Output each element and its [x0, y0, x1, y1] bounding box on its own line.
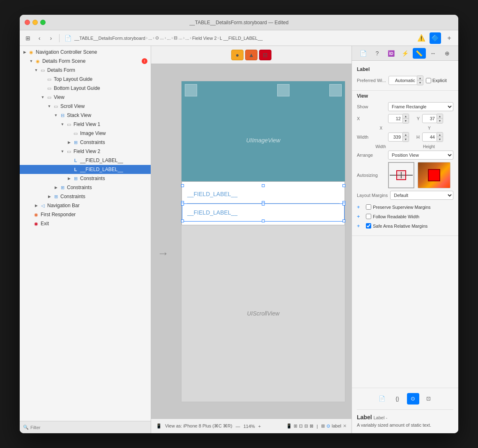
handle-bc-2[interactable] — [262, 219, 265, 222]
nav-item-nav-bar[interactable]: ◁ Navigation Bar — [20, 201, 151, 210]
handle-tc-1[interactable] — [262, 184, 265, 187]
zoom-plus[interactable]: + — [258, 424, 261, 429]
bottom-close-btn[interactable]: ✕ — [343, 423, 347, 429]
handle-tr-1[interactable] — [342, 184, 345, 187]
disclosure-details-form[interactable] — [33, 67, 39, 73]
height-inc[interactable]: ▲ — [437, 133, 443, 137]
inspector-tab-connections[interactable]: ↔ — [427, 48, 440, 59]
fullscreen-button[interactable] — [40, 20, 46, 25]
width-dec[interactable]: ▼ — [403, 137, 409, 142]
nav-item-constraints-4[interactable]: ⊞ Constraints — [20, 192, 151, 201]
preserve-superview-checkbox[interactable] — [366, 204, 371, 210]
disclosure-view[interactable] — [39, 94, 46, 101]
bottom-grid-btn[interactable]: ⊞ — [321, 423, 325, 429]
nav-item-field-label-1[interactable]: L __FIELD_LABEL__ — [20, 156, 151, 165]
breadcrumb-field-label[interactable]: L __FIELD_LABEL__ — [220, 36, 263, 41]
disclosure-nav-controller[interactable] — [21, 49, 28, 55]
disclosure-field-view-1[interactable] — [59, 121, 66, 128]
inspector-bottom-tab-json[interactable]: {} — [391, 393, 404, 405]
height-input[interactable] — [422, 133, 437, 142]
bottom-btn-4[interactable]: ⊟ — [304, 423, 308, 429]
inspector-bottom-tab-square[interactable]: ⊡ — [423, 393, 435, 405]
x-dec[interactable]: ▼ — [403, 119, 409, 123]
disclosure-constraints-4[interactable] — [46, 193, 53, 200]
inspector-tab-quick[interactable]: ? — [371, 48, 384, 59]
nav-bar-action-btn-1[interactable] — [277, 84, 290, 96]
breadcrumb-field-view-2[interactable]: Field View 2 — [192, 36, 217, 41]
inspector-icon[interactable]: 🔷 — [430, 32, 441, 44]
x-inc[interactable]: ▲ — [403, 114, 409, 119]
canvas-btn-red[interactable]: ⊟ — [259, 50, 271, 60]
arrange-select[interactable]: Position View — [388, 151, 453, 160]
plus-icon-1[interactable]: + — [357, 204, 363, 210]
disclosure-stack-view[interactable] — [53, 112, 59, 119]
bottom-filter-circle[interactable]: ⊙ — [326, 423, 330, 429]
follow-readable-checkbox[interactable] — [366, 214, 371, 219]
handle-tr-2[interactable] — [342, 203, 345, 206]
nav-item-view[interactable]: ▭ View — [20, 93, 151, 102]
bottom-btn-1[interactable]: 📱 — [286, 423, 292, 429]
nav-item-details-form[interactable]: ▭ Details Form — [20, 66, 151, 75]
preferred-width-inc[interactable]: ▲ — [417, 76, 423, 80]
forward-button[interactable]: › — [46, 33, 56, 43]
nav-item-field-view-1[interactable]: ▭ Field View 1 — [20, 120, 151, 129]
breadcrumb-grid[interactable]: ⊟ ... — [174, 35, 182, 41]
field-row-2[interactable]: __FIELD_LABEL__ — [182, 203, 345, 222]
disclosure-field-view-2[interactable] — [59, 148, 66, 155]
close-button[interactable] — [25, 20, 30, 25]
plus-icon-3[interactable]: + — [357, 223, 363, 229]
bottom-btn-2[interactable]: ⊞ — [294, 423, 297, 429]
canvas-btn-yellow[interactable]: ● — [231, 50, 244, 60]
nav-item-first-responder[interactable]: ◉ First Responder — [20, 210, 151, 219]
canvas-btn-orange[interactable]: ▲ — [245, 50, 257, 60]
disclosure-constraints-2[interactable] — [66, 175, 72, 182]
layout-margins-select[interactable]: Default — [390, 191, 453, 200]
zoom-minus[interactable]: — — [236, 424, 240, 429]
handle-br-2[interactable] — [342, 219, 345, 222]
breadcrumb-dots-2[interactable]: ... — [167, 36, 170, 41]
preferred-width-input[interactable] — [388, 76, 417, 85]
minimize-button[interactable] — [32, 20, 38, 25]
disclosure-scroll-view[interactable] — [46, 103, 53, 110]
settings-icon[interactable]: + — [444, 32, 455, 44]
nav-item-nav-controller-scene[interactable]: ◉ Navigation Controller Scene — [20, 48, 151, 57]
warning-icon[interactable]: ⚠️ — [416, 32, 427, 44]
y-input[interactable] — [422, 114, 437, 123]
inspector-tab-file[interactable]: 📄 — [357, 48, 370, 59]
grid-view-button[interactable]: ⊞ — [23, 33, 33, 43]
safe-area-checkbox[interactable] — [366, 223, 371, 229]
nav-item-bottom-layout-guide[interactable]: ▭ Bottom Layout Guide — [20, 84, 151, 93]
inspector-tab-attributes[interactable]: ⚡ — [399, 48, 412, 59]
nav-item-stack-view[interactable]: ⊟ Stack View — [20, 111, 151, 120]
bottom-btn-5[interactable]: ⊠ — [310, 423, 313, 429]
handle-tl-1[interactable] — [181, 184, 184, 187]
preferred-width-dec[interactable]: ▼ — [417, 80, 423, 85]
x-input[interactable] — [388, 114, 403, 123]
nav-item-top-layout-guide[interactable]: ▭ Top Layout Guide — [20, 75, 151, 84]
handle-tc-2[interactable] — [262, 203, 265, 206]
handle-tl-2[interactable] — [181, 203, 184, 206]
nav-item-image-view[interactable]: ▭ Image View — [20, 129, 151, 138]
breadcrumb-dots-1[interactable]: ... — [148, 36, 152, 41]
inspector-bottom-tab-file[interactable]: 📄 — [376, 393, 388, 405]
nav-item-details-form-scene[interactable]: ◉ Details Form Scene ! — [20, 57, 151, 66]
disclosure-details-form-scene[interactable] — [28, 58, 34, 64]
file-icon[interactable]: 📄 — [63, 33, 73, 43]
autosizing-box[interactable] — [388, 162, 414, 188]
disclosure-nav-bar[interactable] — [33, 202, 39, 209]
field-row-1[interactable]: __FIELD_LABEL__ — [182, 185, 345, 203]
y-inc[interactable]: ▲ — [437, 114, 443, 119]
inspector-tab-identity[interactable]: 🆔 — [385, 48, 398, 59]
disclosure-constraints-1[interactable] — [66, 139, 72, 146]
disclosure-constraints-3[interactable] — [53, 184, 59, 191]
show-select[interactable]: Frame Rectangle — [388, 102, 453, 111]
width-input[interactable] — [388, 133, 403, 142]
breadcrumb-circle[interactable]: ⊙ ... — [155, 35, 164, 41]
height-dec[interactable]: ▼ — [437, 137, 443, 142]
nav-item-constraints-3[interactable]: ⊞ Constraints — [20, 183, 151, 192]
nav-item-constraints-1[interactable]: ⊞ Constraints — [20, 138, 151, 147]
y-dec[interactable]: ▼ — [437, 119, 443, 123]
nav-item-exit[interactable]: ◉ Exit — [20, 219, 151, 228]
nav-item-constraints-2[interactable]: ⊞ Constraints — [20, 174, 151, 183]
plus-icon-2[interactable]: + — [357, 213, 363, 219]
